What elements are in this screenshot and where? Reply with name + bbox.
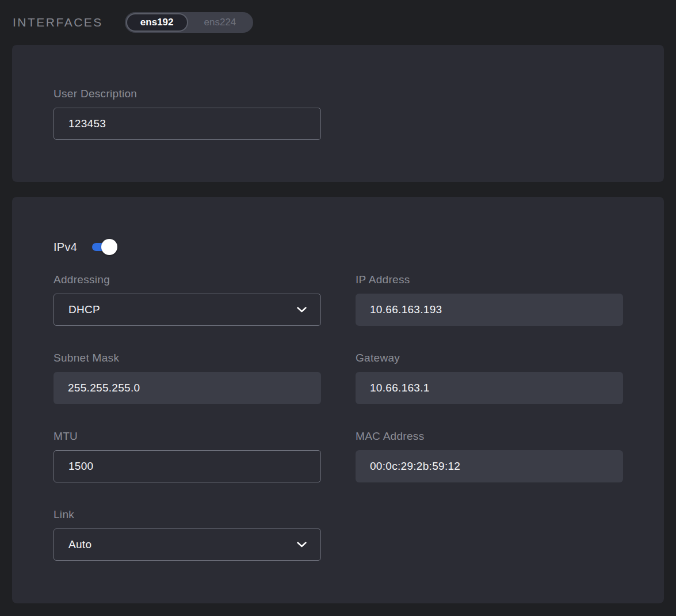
mtu-field: MTU <box>54 430 321 482</box>
gateway-field: Gateway <box>356 352 623 404</box>
tab-ens224[interactable]: ens224 <box>188 13 253 32</box>
link-select[interactable]: Auto <box>54 528 321 561</box>
subnet-mask-input[interactable] <box>54 372 321 404</box>
addressing-select[interactable]: DHCP <box>54 294 321 326</box>
addressing-selected-value: DHCP <box>68 303 100 316</box>
ip-address-field: IP Address <box>356 273 623 326</box>
gateway-input[interactable] <box>356 372 623 404</box>
ipv4-panel: IPv4 Addressing DHCP IP Address <box>12 197 664 603</box>
user-description-field: User Description <box>54 88 321 140</box>
mac-address-field: MAC Address <box>356 430 623 482</box>
chevron-down-icon <box>297 542 307 547</box>
form-row-4: Link Auto <box>54 508 664 561</box>
link-selected-value: Auto <box>68 538 91 551</box>
link-label: Link <box>54 508 321 521</box>
addressing-field: Addressing DHCP <box>54 273 321 326</box>
subnet-mask-label: Subnet Mask <box>54 352 321 364</box>
mac-address-label: MAC Address <box>356 430 623 443</box>
subnet-mask-field: Subnet Mask <box>54 352 321 404</box>
ip-address-input[interactable] <box>356 294 623 326</box>
interface-tab-group: ens192 ens224 <box>125 12 253 33</box>
user-description-panel: User Description <box>12 45 664 182</box>
link-field: Link Auto <box>54 508 321 561</box>
mac-address-input[interactable] <box>356 450 623 482</box>
user-description-label: User Description <box>54 88 321 100</box>
tab-ens192[interactable]: ens192 <box>126 13 188 32</box>
ip-address-label: IP Address <box>356 273 623 286</box>
mtu-input[interactable] <box>54 450 321 482</box>
header: INTERFACES ens192 ens224 <box>0 0 676 45</box>
gateway-label: Gateway <box>356 352 623 364</box>
ipv4-label: IPv4 <box>54 241 77 254</box>
form-row-3: MTU MAC Address <box>54 430 664 482</box>
ipv4-toggle-row: IPv4 <box>54 239 664 255</box>
tab-ens224-label: ens224 <box>204 17 236 28</box>
toggle-knob <box>101 239 117 255</box>
user-description-input[interactable] <box>54 108 321 140</box>
page-title: INTERFACES <box>13 16 103 29</box>
ipv4-toggle[interactable] <box>92 239 117 255</box>
tab-ens192-label: ens192 <box>140 17 174 28</box>
mtu-label: MTU <box>54 430 321 443</box>
addressing-label: Addressing <box>54 273 321 286</box>
chevron-down-icon <box>297 307 307 313</box>
form-row-2: Subnet Mask Gateway <box>54 352 664 404</box>
form-row-1: Addressing DHCP IP Address <box>54 273 664 326</box>
